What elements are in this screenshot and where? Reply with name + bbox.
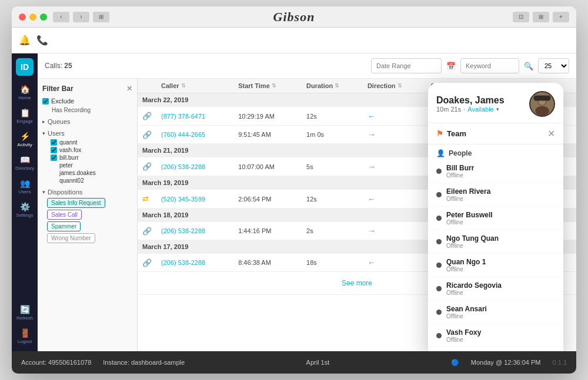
sidebar-item-settings[interactable]: ⚙️ Settings [14,199,35,220]
team-header: ⚑ Team ✕ [428,123,563,144]
flag-icon: ⚑ [436,129,443,138]
people-icon: 👤 [436,149,445,157]
user-vash-checkbox[interactable] [51,147,57,153]
logo[interactable]: ID [16,58,34,76]
filter-exclude-label: Exclude [42,97,132,105]
sidebar-item-activity[interactable]: ⚡ Activity [14,129,35,150]
sidebar-label-settings: Settings [16,213,34,218]
account-label: Account: 495506161078 [21,359,91,366]
date-range-input[interactable] [371,58,442,73]
phone-icon[interactable]: 📞 [36,35,48,46]
users-group-header[interactable]: ▾ Users [42,130,132,137]
caller-phone[interactable]: (206) 538-2288 [161,163,205,170]
sidebar-item-engage[interactable]: 📋 Engage [14,105,35,126]
caller-phone[interactable]: (760) 444-2665 [161,131,205,138]
sidebar-item-logout[interactable]: 🚪 Logout [14,325,35,347]
filter-close-icon[interactable]: ✕ [126,85,132,93]
filter-exclude-section: Exclude Has Recording [42,97,132,113]
directory-icon: 📖 [20,155,30,164]
back-button[interactable]: ‹ [53,12,69,22]
sidebar-label-directory: Directory [15,166,34,171]
duration-sort-icon[interactable]: ⇅ [335,83,339,89]
direction-out-icon: → [368,226,376,236]
start-time: 9:51:45 AM [233,126,302,144]
member-status: Offline [446,219,493,226]
panel-close-button[interactable]: ✕ [547,128,555,139]
link-icon[interactable]: 🔗 [142,162,152,171]
tag-sales-call[interactable]: Sales Call [47,210,82,220]
sidebar-item-home[interactable]: 🏠 Home [14,82,35,103]
sidebar-label-engage: Engage [16,119,33,124]
filter-bar-header: Filter Bar ✕ [42,85,132,93]
keyword-input[interactable] [460,58,519,73]
close-button[interactable] [19,14,26,21]
col-duration: Duration⇅ [302,79,363,93]
fullscreen-left[interactable]: ⊡ [513,12,529,22]
filter-bar-title: Filter Bar [42,85,74,93]
tag-wrong-number[interactable]: Wrong Number [47,233,95,243]
team-member-sean: Sean Ansari Offline [428,301,563,324]
user-name: Doakes, James [436,95,523,106]
link-icon[interactable]: 🔗 [142,227,152,236]
member-info: Quan Ngo 1 Offline [446,258,486,273]
count-select[interactable]: 25 50 100 [538,58,569,73]
queues-group-header[interactable]: ▸ Queues [42,118,132,125]
member-info: Bill Burr Offline [446,164,474,179]
svg-rect-4 [533,95,550,100]
maximize-button[interactable] [40,14,47,21]
expand-button[interactable]: ⊞ [93,12,109,22]
traffic-lights [19,14,47,21]
status-dot [436,263,442,268]
bell-icon[interactable]: 🔔 [19,35,31,46]
link-icon[interactable]: 🔗 [142,258,152,267]
new-tab[interactable]: + [553,12,569,22]
caller-phone[interactable]: (206) 538-2288 [161,259,205,266]
member-info: Sean Ansari Offline [446,305,487,320]
caller-sort-icon[interactable]: ⇅ [181,83,186,89]
caller-phone[interactable]: (520) 345-3599 [161,196,205,203]
chevron-down-icon: ▾ [496,106,499,112]
member-status: Offline [446,243,499,249]
team-member-peter: Peter Buswell Offline [428,207,563,230]
filter-queues-section: ▸ Queues [42,118,132,125]
member-info: Vash Foxy Offline [446,328,481,343]
calendar-dot: 🔵 [451,359,459,366]
member-status: Offline [446,266,486,273]
sidebar-item-refresh[interactable]: 🔄 Refresh [14,302,35,323]
direction-in-icon: ← [368,194,376,204]
transfer-icon[interactable]: ⇄ [142,194,149,203]
link-icon[interactable]: 🔗 [142,112,152,120]
has-recording-label: Has Recording [42,107,132,113]
member-name: Ricardo Segovia [446,281,502,290]
filter-user-bill: bill.burr [51,154,132,161]
user-quannt-checkbox[interactable] [51,139,57,146]
member-status: Offline [446,172,474,179]
caller-phone[interactable]: (877) 378-6471 [161,113,205,120]
settings-icon: ⚙️ [20,202,30,211]
duration: 1m 0s [302,126,363,144]
filter-user-vash: vash.fox [51,147,132,153]
logout-icon: 🚪 [20,328,30,338]
member-info: Peter Buswell Offline [446,211,493,226]
engage-icon: 📋 [20,108,30,117]
sidebar-item-directory[interactable]: 📖 Directory [14,152,35,173]
direction-sort-icon[interactable]: ⇅ [397,83,402,89]
filter-users-section: ▾ Users quannt [42,130,132,184]
sidebar-item-users[interactable]: 👥 Users [14,176,35,197]
member-status: Offline [446,196,490,202]
fullscreen-right[interactable]: ⊞ [533,12,549,22]
tag-sales-info[interactable]: Sales Info Request [47,198,105,208]
forward-button[interactable]: › [73,12,89,22]
dispositions-group-header[interactable]: ▾ Dispositions [42,189,132,196]
sidebar-label-logout: Logout [18,339,32,344]
user-bill-checkbox[interactable] [51,154,57,161]
status-dot [436,192,442,197]
start-time-sort-icon[interactable]: ⇅ [272,83,276,89]
caller-phone[interactable]: (206) 538-2288 [161,227,205,234]
app-title: Gibson [273,9,315,25]
minimize-button[interactable] [29,14,36,21]
avatar [529,91,555,117]
tag-spammer[interactable]: Spammer [47,221,81,231]
exclude-checkbox[interactable] [42,98,49,105]
link-icon[interactable]: 🔗 [142,130,152,139]
